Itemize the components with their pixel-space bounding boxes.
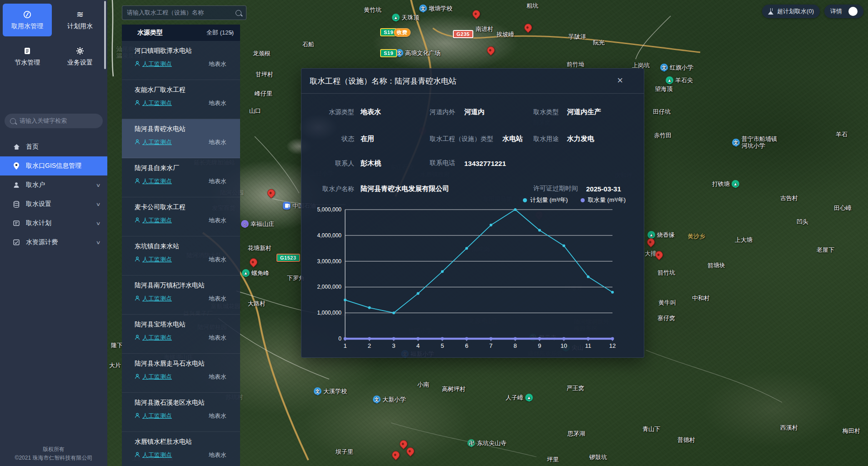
- map-label: 石船: [302, 41, 314, 48]
- field-label: 取水户名称: [309, 185, 354, 193]
- sidebar-item-4[interactable]: 取水计划∨: [0, 214, 107, 233]
- map-label: ▲螺角峰: [242, 269, 269, 277]
- manual-monitor-link[interactable]: 人工监测点: [135, 451, 172, 459]
- legend-item[interactable]: 计划量 (m³/年): [523, 196, 568, 204]
- map-label-text: 幸福山庄: [251, 220, 274, 227]
- sidebar-item-0[interactable]: 首页: [0, 137, 107, 156]
- field-label: 取水类型: [533, 108, 559, 116]
- person-icon: [135, 217, 140, 224]
- facility-list-item[interactable]: 陆河县激石溪老区水电站人工监测点地表水: [122, 393, 240, 432]
- close-icon[interactable]: ×: [617, 75, 623, 85]
- monitor-label: 人工监测点: [142, 138, 172, 146]
- facility-list-item[interactable]: 河口镇唱歌潭水电站人工监测点地表水: [122, 41, 240, 80]
- sidebar-item-1[interactable]: 取水口GIS信息管理: [0, 156, 107, 175]
- module-business-settings[interactable]: 业务设置: [55, 40, 105, 73]
- svg-text:2,000,000: 2,000,000: [317, 284, 342, 290]
- resort-poi-icon: ⌂: [241, 220, 249, 228]
- facility-name: 陆河县自来水厂: [135, 164, 234, 172]
- module-planned-water[interactable]: ≋ 计划用水: [55, 4, 105, 36]
- monitor-label: 人工监测点: [142, 99, 172, 107]
- search-icon: [10, 118, 16, 124]
- map-label: 西溪村: [780, 424, 798, 431]
- facility-list-item[interactable]: 水唇镇水栏肚水电站人工监测点地表水: [122, 432, 240, 466]
- keyword-search-input[interactable]: 请输入关键字检索: [5, 114, 103, 128]
- map-label: 峰仔里: [255, 90, 272, 97]
- person-icon: [135, 139, 140, 146]
- facility-list-item[interactable]: 陆河县青硿水电站人工监测点地表水: [122, 119, 240, 158]
- monitor-label: 人工监测点: [142, 451, 172, 459]
- legend-label: 计划量 (m³/年): [530, 196, 568, 204]
- map-label: 打铁塘▲: [712, 180, 739, 188]
- detail-toggle[interactable]: 详情: [824, 5, 863, 18]
- monitor-label: 人工监测点: [142, 256, 172, 264]
- monitor-label: 人工监测点: [142, 373, 172, 381]
- manual-monitor-link[interactable]: 人工监测点: [135, 99, 172, 107]
- manual-monitor-link[interactable]: 人工监测点: [135, 177, 172, 185]
- field-value: 地表水: [361, 108, 381, 116]
- svg-text:4,000,000: 4,000,000: [317, 232, 342, 239]
- manual-monitor-link[interactable]: 人工监测点: [135, 334, 172, 342]
- map-label: 老屋下: [817, 246, 834, 253]
- water-type-label: 地表水: [209, 216, 234, 225]
- field-value: 陆河县青硿水电发展有限公司: [361, 185, 449, 193]
- over-plan-intake-button[interactable]: 超计划取水(0): [762, 5, 820, 18]
- monitor-label: 人工监测点: [142, 177, 172, 185]
- module-water-saving[interactable]: 节水管理: [3, 40, 52, 73]
- manual-monitor-link[interactable]: 人工监测点: [135, 373, 172, 381]
- search-icon: [236, 10, 241, 16]
- location-pin-icon: [13, 162, 20, 170]
- sidebar-item-label: 首页: [26, 143, 39, 151]
- filter-dropdown[interactable]: 全部 (125) ∨: [206, 29, 234, 37]
- manual-monitor-link[interactable]: 人工监测点: [135, 256, 172, 264]
- facility-name: 东坑镇自来水站: [135, 242, 234, 251]
- facility-list-item[interactable]: 东坑镇自来水站人工监测点地表水: [122, 236, 240, 276]
- person-icon: [135, 61, 140, 68]
- facility-list-item[interactable]: 陆河县水唇走马石水电站人工监测点地表水: [122, 354, 240, 393]
- person-icon: [135, 452, 140, 459]
- water-type-label: 地表水: [209, 451, 234, 459]
- facility-detail-dialog: 取水工程（设施）名称：陆河县青硿水电站 × 水源类型地表水 河道内外河道内 取水…: [301, 68, 644, 358]
- facility-list-item[interactable]: 陆河县南万镇杞洋水电站人工监测点地表水: [122, 276, 240, 315]
- map-label-text: 红旗小学: [670, 64, 693, 71]
- svg-text:7: 7: [489, 342, 492, 349]
- sidebar-item-2[interactable]: 取水户∨: [0, 175, 107, 195]
- facility-search-input[interactable]: 请输入取水工程（设施）名称: [122, 5, 246, 20]
- manual-monitor-link[interactable]: 人工监测点: [135, 295, 172, 303]
- module-label: 计划用水: [67, 22, 93, 30]
- map-label: 田仔坑: [653, 108, 671, 115]
- map-label: 大片: [109, 362, 121, 369]
- water-type-label: 地表水: [209, 99, 234, 107]
- over-plan-intake-label: 超计划取水(0): [777, 7, 814, 15]
- facility-list-item[interactable]: 陆河县自来水厂人工监测点地表水: [122, 158, 240, 197]
- monitor-label: 人工监测点: [142, 216, 172, 225]
- toggle-knob[interactable]: [848, 7, 858, 16]
- map-label-text: 人子嶂: [506, 394, 523, 401]
- map-label: 山口: [249, 107, 261, 114]
- facility-list-item[interactable]: 陆河县宝塔水电站人工监测点地表水: [122, 315, 240, 354]
- map-label: 黄沙乡: [687, 233, 705, 240]
- svg-text:8: 8: [514, 342, 517, 349]
- map-label: 思茅湖: [567, 430, 585, 437]
- facility-list-item[interactable]: 麦卡公司取水工程人工监测点地表水: [122, 197, 240, 236]
- map-label: 高树坪村: [442, 386, 466, 392]
- water-type-label: 地表水: [209, 334, 234, 342]
- field-label: 许可证过期时间: [533, 185, 578, 193]
- module-water-use-management[interactable]: 取用水管理: [3, 4, 52, 36]
- sidebar-item-5[interactable]: 水资源计费∨: [0, 233, 107, 252]
- map-label: ⌂幸福山庄: [241, 220, 274, 228]
- manual-monitor-link[interactable]: 人工监测点: [135, 138, 172, 146]
- manual-monitor-link[interactable]: 人工监测点: [135, 412, 172, 420]
- map-label: 龙颈根: [253, 50, 271, 57]
- facility-list-item[interactable]: 友能水厂取水工程人工监测点地表水: [122, 80, 240, 119]
- manual-monitor-link[interactable]: 人工监测点: [135, 60, 172, 68]
- map-label: 人子嶂▲: [506, 394, 533, 401]
- scrollbar-thumb[interactable]: [104, 1, 106, 69]
- map-label: 吉告村: [780, 195, 798, 201]
- legend-item[interactable]: 取水量 (m³/年): [581, 196, 626, 204]
- waves-icon: ≋: [75, 10, 85, 19]
- field-value: 水电站: [502, 135, 523, 143]
- manual-monitor-link[interactable]: 人工监测点: [135, 216, 172, 225]
- facility-name: 河口镇唱歌潭水电站: [135, 47, 234, 55]
- sidebar-item-3[interactable]: 取水设置∨: [0, 195, 107, 214]
- svg-text:2: 2: [368, 342, 371, 349]
